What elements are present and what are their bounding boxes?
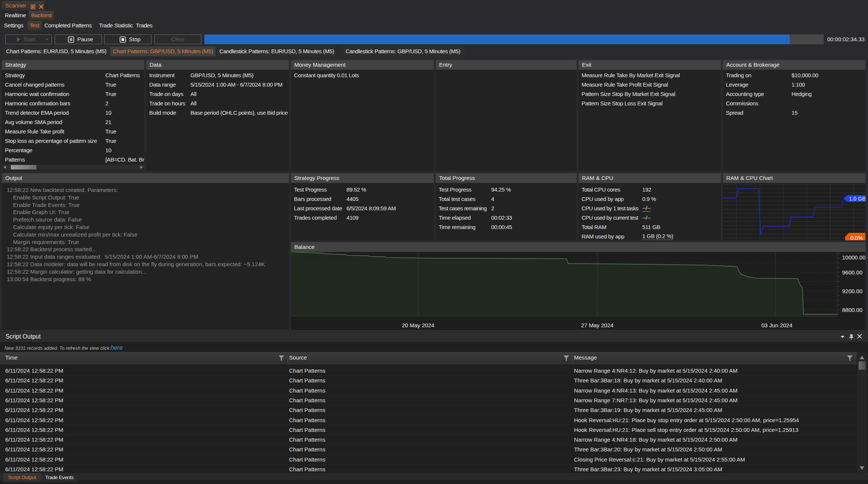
svg-text:03 Jun 2024: 03 Jun 2024 (762, 322, 793, 328)
svg-text:9600.00: 9600.00 (842, 269, 862, 276)
svg-text:27 May 2024: 27 May 2024 (581, 322, 614, 328)
svg-text:0.0%: 0.0% (850, 235, 863, 240)
svg-text:8800.00: 8800.00 (842, 307, 862, 313)
svg-text:20 May 2024: 20 May 2024 (402, 322, 435, 328)
svg-text:9200.00: 9200.00 (842, 288, 862, 294)
svg-text:1.0 GB: 1.0 GB (849, 196, 865, 202)
svg-text:10000.00: 10000.00 (842, 254, 865, 261)
